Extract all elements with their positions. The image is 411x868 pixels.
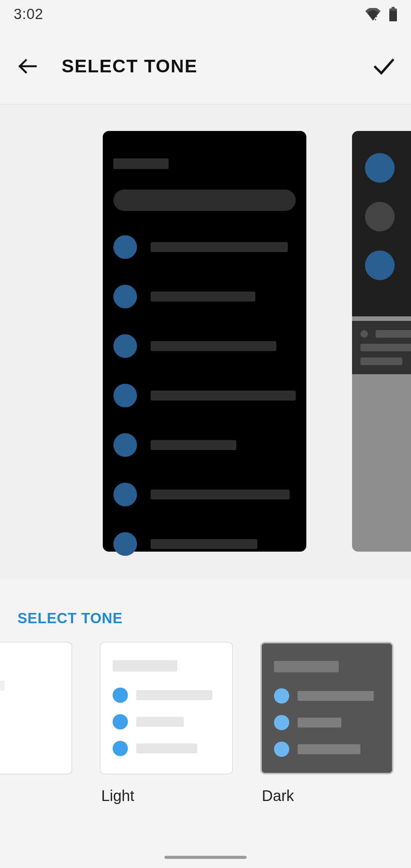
skeleton-line	[151, 391, 296, 400]
skeleton-row	[113, 334, 296, 358]
skeleton-row	[274, 742, 380, 757]
skeleton-row	[274, 715, 380, 730]
skeleton-avatar	[113, 688, 128, 703]
tone-option-dark[interactable]: Dark	[260, 642, 393, 804]
tone-thumb	[0, 642, 72, 774]
skeleton-line	[151, 490, 290, 499]
skeleton-row	[0, 681, 72, 691]
preview-dark-list	[103, 131, 306, 552]
skeleton-line	[360, 344, 411, 351]
skeleton-avatar	[113, 741, 128, 756]
tone-option-partial[interactable]	[0, 642, 72, 804]
skeleton-avatar	[113, 532, 137, 556]
skeleton-line	[376, 330, 411, 338]
tone-option-light[interactable]: Light	[100, 642, 233, 804]
skeleton-line	[151, 341, 276, 351]
skeleton-mid-panel	[352, 321, 411, 374]
skeleton-heading	[113, 158, 169, 169]
skeleton-line	[136, 744, 197, 753]
status-bar: 3:02	[0, 0, 411, 28]
skeleton-line	[151, 539, 257, 549]
skeleton-row	[113, 235, 296, 259]
skeleton-line	[151, 440, 236, 450]
skeleton-avatar	[274, 715, 289, 730]
svg-rect-2	[389, 11, 397, 21]
skeleton-avatar	[113, 714, 128, 729]
skeleton-line	[136, 690, 212, 700]
skeleton-avatar	[365, 202, 395, 231]
skeleton-avatar	[113, 334, 137, 358]
skeleton-row	[0, 701, 72, 711]
tone-label-light: Light	[100, 774, 233, 804]
skeleton-line	[0, 681, 5, 691]
tone-thumb-dark	[260, 642, 393, 774]
skeleton-dot	[360, 330, 368, 338]
status-time: 3:02	[14, 6, 43, 22]
skeleton-avatar	[274, 688, 289, 704]
wifi-icon	[365, 8, 381, 21]
skeleton-avatar	[113, 235, 137, 259]
skeleton-top-panel	[352, 131, 411, 316]
skeleton-row	[113, 688, 220, 703]
skeleton-row	[0, 722, 72, 732]
skeleton-row	[360, 330, 411, 338]
skeleton-avatar	[274, 742, 289, 757]
skeleton-line	[298, 744, 360, 754]
theme-preview-carousel[interactable]	[0, 104, 411, 578]
skeleton-row	[113, 384, 296, 407]
skeleton-avatar	[365, 153, 395, 183]
skeleton-avatar	[113, 483, 137, 506]
skeleton-avatar	[113, 285, 137, 308]
skeleton-line	[136, 717, 184, 727]
skeleton-line	[360, 357, 402, 365]
tone-options: Light Dark	[0, 642, 411, 804]
battery-icon	[389, 7, 397, 21]
skeleton-line	[298, 691, 374, 701]
skeleton-row	[113, 532, 296, 556]
tone-label-dark: Dark	[260, 774, 393, 804]
skeleton-row	[113, 285, 296, 308]
skeleton-row	[113, 714, 220, 729]
skeleton-row	[274, 688, 380, 704]
skeleton-avatar	[365, 251, 395, 280]
skeleton-avatar	[113, 384, 137, 407]
skeleton-heading	[274, 661, 339, 672]
tone-thumb-light	[100, 642, 233, 774]
back-button[interactable]	[15, 54, 40, 78]
skeleton-row	[113, 741, 220, 756]
confirm-button[interactable]	[371, 54, 396, 78]
page-title: SELECT TONE	[62, 56, 198, 77]
skeleton-row	[113, 433, 296, 457]
svg-rect-0	[392, 7, 395, 8]
skeleton-line	[298, 718, 341, 728]
skeleton-row	[113, 483, 296, 506]
skeleton-heading	[113, 660, 177, 672]
preview-dark-panels	[352, 131, 411, 552]
gesture-nav-pill[interactable]	[164, 856, 247, 859]
app-bar: SELECT TONE	[0, 28, 411, 104]
skeleton-avatar	[113, 433, 137, 457]
skeleton-line	[151, 292, 255, 302]
skeleton-search	[113, 190, 296, 211]
status-right	[365, 7, 397, 21]
skeleton-line	[151, 242, 288, 252]
section-header: SELECT TONE	[0, 578, 411, 642]
